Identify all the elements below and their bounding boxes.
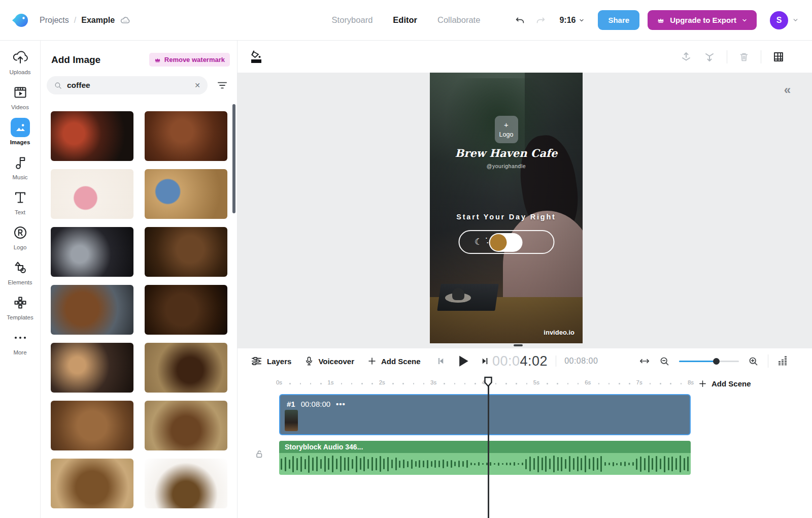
tab-collaborate[interactable]: Collaborate bbox=[437, 15, 480, 25]
layers-button[interactable]: Layers bbox=[251, 356, 291, 366]
image-thumb-beans-scoop-burlap[interactable] bbox=[145, 343, 227, 393]
waveform-bar bbox=[380, 456, 381, 472]
image-thumb-red-cup-beans-spill[interactable] bbox=[51, 111, 133, 161]
sidebar-item-videos[interactable]: Videos bbox=[2, 84, 39, 110]
sidebar-item-label: Uploads bbox=[9, 69, 30, 75]
tab-storyboard[interactable]: Storyboard bbox=[332, 15, 373, 25]
waveform-bar bbox=[581, 458, 582, 470]
image-thumb-beans-closeup-light[interactable] bbox=[51, 401, 133, 450]
image-thumb-portafilter-grounds[interactable] bbox=[51, 285, 133, 335]
share-button[interactable]: Share bbox=[598, 10, 639, 30]
tab-editor[interactable]: Editor bbox=[393, 15, 417, 25]
image-thumb-moka-pot-dark[interactable] bbox=[51, 227, 133, 277]
video-preview[interactable]: + Logo Brew Haven Cafe @yourighandle Sta… bbox=[430, 73, 583, 343]
search-input[interactable] bbox=[67, 81, 190, 90]
image-thumb-cezve-pot-beans[interactable] bbox=[145, 459, 227, 508]
search-input-wrap[interactable]: ✕ bbox=[47, 76, 208, 94]
slider-knob[interactable] bbox=[713, 358, 720, 365]
fit-timeline-icon[interactable] bbox=[639, 357, 650, 365]
redo-icon[interactable] bbox=[535, 15, 546, 26]
waveform-bar bbox=[518, 463, 519, 465]
grid-view-icon[interactable] bbox=[772, 51, 785, 63]
zoom-in-icon[interactable] bbox=[748, 356, 759, 367]
breadcrumb-project-name[interactable]: Example bbox=[81, 16, 115, 25]
ruler-tick bbox=[495, 383, 497, 384]
skip-to-end-icon[interactable] bbox=[481, 357, 490, 366]
zoom-out-icon[interactable] bbox=[659, 356, 670, 367]
sidebar-item-music[interactable]: Music bbox=[2, 154, 39, 180]
delete-icon[interactable] bbox=[738, 51, 750, 63]
brand-text[interactable]: Brew Haven Cafe bbox=[430, 147, 583, 159]
waveform-bar bbox=[589, 459, 590, 469]
image-thumb-dark-beans-closeup[interactable] bbox=[145, 227, 227, 277]
sidebar-item-images[interactable]: Images bbox=[2, 119, 39, 145]
ruler-tick bbox=[289, 383, 291, 384]
playhead-line[interactable] bbox=[488, 386, 489, 518]
clip-menu-icon[interactable]: ••• bbox=[336, 400, 346, 408]
waveform-bar bbox=[636, 459, 637, 470]
canvas[interactable]: + Logo Brew Haven Cafe @yourighandle Sta… bbox=[238, 73, 812, 348]
logo-placeholder-label: Logo bbox=[499, 131, 514, 138]
headline-text[interactable]: Start Your Day Right bbox=[430, 213, 583, 221]
waveform-bar bbox=[660, 459, 661, 469]
audio-track[interactable]: Storyblock Audio 346... bbox=[279, 441, 691, 475]
waveform-bar bbox=[498, 463, 499, 466]
sidebar-item-elements[interactable]: Elements bbox=[2, 259, 39, 285]
account-menu[interactable]: S bbox=[770, 11, 799, 29]
upgrade-to-export-button[interactable]: Upgrade to Export bbox=[648, 10, 757, 30]
breadcrumb-projects[interactable]: Projects bbox=[40, 16, 69, 25]
bring-forward-icon[interactable] bbox=[680, 51, 692, 63]
unlock-icon[interactable] bbox=[255, 449, 264, 459]
ruler-tick bbox=[320, 383, 322, 384]
waveform-bar bbox=[363, 457, 365, 471]
image-thumb-espresso-beans-dark[interactable] bbox=[145, 285, 227, 335]
aspect-ratio-select[interactable]: 9:16 bbox=[559, 16, 585, 25]
sidebar-item-logo[interactable]: Logo bbox=[2, 224, 39, 250]
send-backward-icon[interactable] bbox=[703, 51, 716, 63]
track-height-icon[interactable] bbox=[777, 356, 788, 366]
image-thumb-cappuccino-cookies[interactable] bbox=[51, 343, 133, 393]
avatar[interactable]: S bbox=[770, 11, 788, 29]
panel-scrollbar[interactable] bbox=[232, 104, 235, 213]
canvas-toolbar bbox=[238, 41, 812, 73]
sidebar-item-uploads[interactable]: Uploads bbox=[2, 49, 39, 75]
canvas-resize-handle[interactable] bbox=[514, 344, 523, 346]
remove-watermark-button[interactable]: Remove watermark bbox=[149, 53, 230, 67]
add-scene-end-button[interactable]: Add Scene bbox=[698, 377, 751, 390]
image-thumb-sack-of-beans[interactable] bbox=[51, 459, 133, 508]
waveform-bar bbox=[510, 463, 511, 465]
clear-search-icon[interactable]: ✕ bbox=[194, 81, 200, 89]
day-night-toggle[interactable]: ☾ • • bbox=[458, 230, 554, 254]
add-scene-button[interactable]: Add Scene bbox=[367, 357, 421, 366]
image-thumb-roasted-beans-closeup[interactable] bbox=[145, 111, 227, 161]
voiceover-label: Voiceover bbox=[318, 357, 354, 366]
collapse-panel-icon[interactable]: « bbox=[784, 83, 790, 97]
waveform-bar bbox=[675, 458, 677, 469]
handle-text[interactable]: @yourighandle bbox=[430, 163, 583, 169]
logo-placeholder[interactable]: + Logo bbox=[495, 116, 518, 143]
skip-to-start-icon[interactable] bbox=[436, 357, 445, 366]
image-thumb-pink-mug-steam[interactable] bbox=[51, 169, 133, 219]
plus-icon bbox=[698, 379, 707, 388]
waveform-bar bbox=[423, 461, 424, 467]
play-button[interactable] bbox=[455, 353, 470, 369]
ruler-tick bbox=[650, 383, 651, 384]
layers-icon bbox=[251, 356, 262, 366]
scene-clip[interactable]: #1 00:08:00 ••• bbox=[279, 394, 691, 435]
image-thumb-latte-cup-notebook[interactable] bbox=[145, 169, 227, 219]
sidebar-item-text[interactable]: Text bbox=[2, 189, 39, 215]
undo-icon[interactable] bbox=[515, 15, 526, 26]
background-color-icon[interactable] bbox=[250, 49, 263, 64]
app-logo-icon[interactable] bbox=[10, 11, 29, 30]
sidebar-item-more[interactable]: More bbox=[2, 329, 39, 355]
waveform-bar bbox=[644, 458, 646, 470]
waveform-bar bbox=[458, 461, 460, 468]
voiceover-button[interactable]: Voiceover bbox=[304, 355, 354, 367]
playhead-handle[interactable] bbox=[484, 376, 493, 387]
timeline-ruler[interactable]: 0s1s2s3s4s5s6s7s8s bbox=[279, 377, 716, 390]
filter-icon[interactable] bbox=[215, 79, 230, 92]
image-thumb-burlap-sack-scoop[interactable] bbox=[145, 401, 227, 450]
sidebar-item-templates[interactable]: Templates bbox=[2, 294, 39, 320]
waveform-bar bbox=[553, 456, 555, 473]
timeline-zoom-slider[interactable] bbox=[679, 358, 739, 365]
